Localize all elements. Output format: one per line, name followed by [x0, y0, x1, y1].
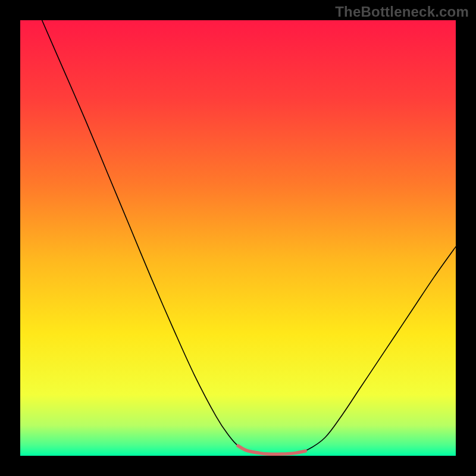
watermark-label: TheBottleneck.com — [335, 4, 469, 20]
chart-canvas: TheBottleneck.com — [0, 0, 476, 476]
gradient-background — [20, 20, 456, 456]
bottleneck-curve-plot — [0, 0, 476, 476]
